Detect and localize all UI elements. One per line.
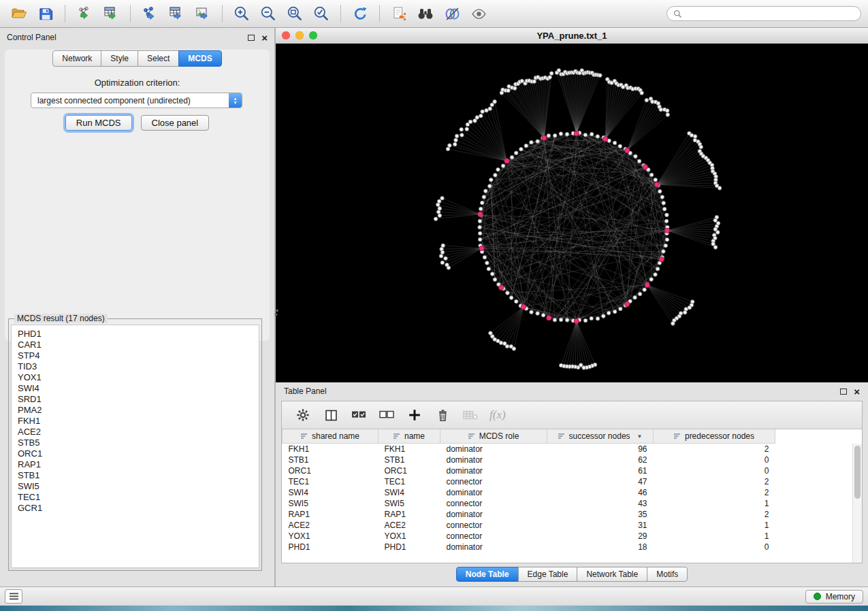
mcds-result-item[interactable]: STP4 (12, 350, 259, 361)
table-scrollbar-thumb[interactable] (854, 446, 861, 499)
mcds-result-item[interactable]: SRD1 (12, 394, 259, 405)
table-cell: ORC1 (379, 465, 440, 476)
table-settings-button[interactable] (294, 406, 312, 424)
mcds-result-list[interactable]: PHD1CAR1STP4TID3YOX1SWI4SRD1PMA2FKH1ACE2… (11, 325, 259, 568)
column-header-name[interactable]: name (379, 429, 440, 444)
table-row[interactable]: SWI5SWI5connector431 (283, 498, 775, 509)
mcds-result-item[interactable]: SWI5 (12, 481, 259, 492)
tab-mcds[interactable]: MCDS (178, 50, 221, 67)
window-close-button[interactable] (282, 31, 290, 39)
toolbar-search-field[interactable] (666, 6, 861, 21)
deselect-all-rows-button[interactable] (378, 406, 396, 424)
zoom-fit-button[interactable] (283, 3, 307, 24)
table-row[interactable]: TEC1TEC1connector472 (283, 476, 775, 487)
select-all-rows-button[interactable] (350, 406, 368, 424)
show-columns-button[interactable] (322, 406, 340, 424)
table-row[interactable]: PHD1PHD1dominator180 (283, 542, 775, 552)
search-input[interactable] (686, 8, 854, 19)
table-row[interactable]: RAP1RAP1dominator352 (283, 509, 775, 520)
status-bar: Memory (0, 587, 868, 606)
table-cell: PHD1 (283, 542, 379, 552)
table-cell: RAP1 (379, 509, 440, 520)
tab-motifs[interactable]: Motifs (647, 567, 688, 582)
tab-edge-table[interactable]: Edge Table (518, 567, 578, 582)
tab-style[interactable]: Style (101, 50, 138, 67)
export-table-button[interactable] (164, 3, 189, 24)
zoom-out-icon (259, 5, 277, 22)
delete-column-button[interactable] (434, 406, 451, 424)
tab-node-table[interactable]: Node Table (456, 567, 519, 582)
mcds-result-item[interactable]: ORC1 (12, 448, 259, 459)
close-table-panel-icon[interactable]: × (854, 386, 860, 397)
memory-button[interactable]: Memory (805, 590, 863, 604)
main-toolbar (0, 0, 868, 28)
mcds-result-item[interactable]: CAR1 (12, 340, 259, 350)
search-network-button[interactable] (413, 3, 438, 24)
open-session-button[interactable] (7, 3, 31, 24)
table-row[interactable]: ORC1ORC1dominator610 (283, 465, 775, 476)
zoom-out-button[interactable] (256, 3, 280, 24)
mcds-result-item[interactable]: FKH1 (12, 416, 259, 427)
float-panel-icon[interactable] (248, 35, 255, 41)
table-cell: dominator (440, 455, 547, 465)
table-row[interactable]: YOX1YOX1connector291 (283, 531, 775, 542)
mcds-result-item[interactable]: YOX1 (12, 372, 259, 383)
table-row[interactable]: ACE2ACE2connector311 (283, 520, 775, 531)
window-minimize-button[interactable] (295, 31, 304, 39)
table-cell: SWI4 (379, 487, 440, 498)
tab-select[interactable]: Select (138, 50, 179, 67)
column-header-shared-name[interactable]: shared name (283, 429, 379, 444)
control-panel-tabs: NetworkStyleSelectMCDS (0, 50, 274, 67)
show-hide-button[interactable] (466, 3, 491, 24)
criterion-dropdown[interactable]: largest connected component (undirected)… (31, 93, 242, 108)
mcds-result-item[interactable]: RAP1 (12, 459, 259, 470)
sort-descending-icon: ▼ (637, 433, 643, 440)
mcds-result-item[interactable]: SWI4 (12, 383, 259, 394)
table-scrollbar[interactable] (852, 444, 862, 563)
tab-network[interactable]: Network (52, 50, 101, 67)
mcds-result-item[interactable]: STB1 (12, 470, 259, 481)
export-network-button[interactable] (138, 3, 162, 24)
tab-network-table[interactable]: Network Table (577, 567, 647, 582)
zoom-selected-button[interactable] (309, 3, 334, 24)
open-folder-icon (10, 5, 28, 22)
save-session-button[interactable] (33, 3, 58, 24)
import-table-button[interactable] (99, 3, 123, 24)
mcds-result-item[interactable]: ACE2 (12, 427, 259, 437)
mcds-result-item[interactable]: PHD1 (12, 329, 259, 340)
network-canvas[interactable] (276, 44, 868, 382)
table-toolbar: f(x) (282, 401, 862, 429)
table-row[interactable]: STB1STB1dominator620 (283, 455, 775, 465)
table-cell: dominator (440, 465, 547, 476)
column-header-successor-nodes[interactable]: successor nodes▼ (547, 429, 654, 444)
float-table-panel-icon[interactable] (840, 389, 847, 395)
mcds-result-item[interactable]: GCR1 (12, 503, 259, 514)
close-panel-icon[interactable]: × (261, 33, 268, 43)
mcds-result-item[interactable]: TID3 (12, 361, 259, 372)
mcds-result-item[interactable]: STB5 (12, 437, 259, 448)
refresh-layout-button[interactable] (348, 3, 372, 24)
network-titlebar[interactable]: YPA_prune.txt_1 (276, 28, 868, 44)
table-row[interactable]: FKH1FKH1dominator962 (283, 444, 775, 455)
column-header-mcds-role[interactable]: MCDS role (440, 429, 547, 444)
close-panel-button[interactable]: Close panel (141, 115, 210, 131)
run-mcds-button[interactable]: Run MCDS (65, 115, 132, 131)
gear-icon (295, 408, 310, 423)
table-row[interactable]: SWI4SWI4dominator462 (283, 487, 775, 498)
window-zoom-button[interactable] (309, 31, 317, 39)
share-document-button[interactable] (387, 3, 411, 24)
node-table-body: FKH1FKH1dominator962STB1STB1dominator620… (283, 444, 775, 553)
export-image-button[interactable] (191, 3, 215, 24)
control-panel-title: Control Panel (7, 33, 57, 42)
column-header-predecessor-nodes[interactable]: predecessor nodes (654, 429, 775, 444)
panel-menu-button[interactable] (5, 589, 22, 604)
add-column-button[interactable] (406, 406, 423, 424)
optimization-criterion-label: Optimization criterion: (0, 78, 274, 88)
import-network-button[interactable] (72, 3, 97, 24)
splitter-handle[interactable]: ◀▶ (274, 305, 279, 320)
mcds-result-item[interactable]: PMA2 (12, 405, 259, 416)
set-operations-button[interactable] (440, 3, 464, 24)
mcds-result-item[interactable]: TEC1 (12, 492, 259, 503)
network-view[interactable] (276, 44, 868, 382)
zoom-in-button[interactable] (229, 3, 254, 24)
